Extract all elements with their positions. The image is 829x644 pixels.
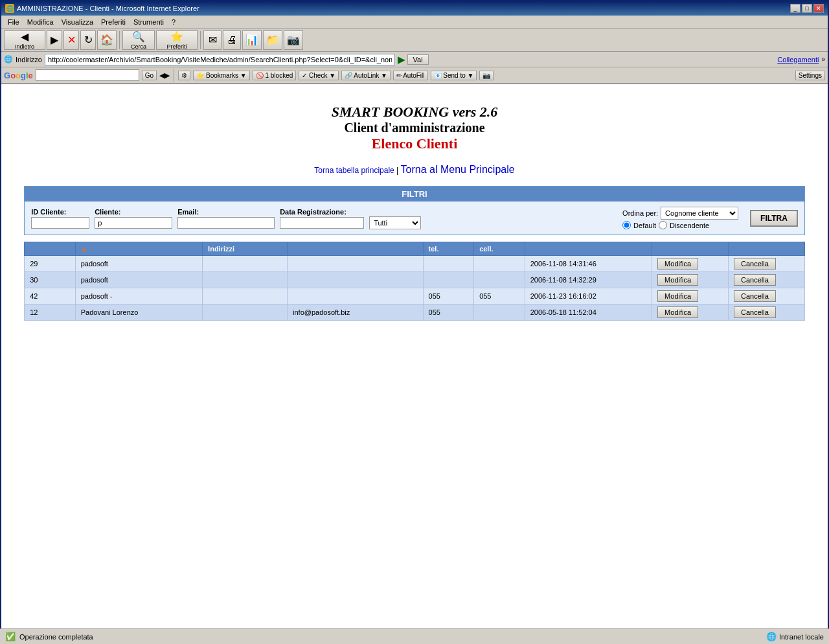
cell-cliente: padosoft: [75, 272, 202, 288]
mail-button[interactable]: ✉: [203, 30, 221, 50]
table-row: 30padosoft2006-11-08 14:32:29ModificaCan…: [25, 272, 805, 288]
minimize-button[interactable]: _: [790, 4, 801, 13]
google-check-btn[interactable]: ✓ Check ▼: [299, 71, 339, 80]
status-right: 🌐 Intranet locale: [766, 632, 824, 641]
toolbar: ◀ Indietro ▶ ✕ ↻ 🏠 🔍 Cerca ⭐ Preferiti ✉…: [1, 29, 828, 52]
modifica-button[interactable]: Modifica: [657, 290, 698, 302]
search-icon: 🔍: [132, 30, 145, 43]
favorites-button[interactable]: ⭐ Preferiti: [156, 30, 198, 50]
intranet-icon: 🌐: [766, 632, 777, 641]
camera-icon: 📷: [287, 34, 300, 46]
col-tel: tel.: [423, 242, 474, 256]
ordina-per-select[interactable]: Cognome cliente ID Cliente Data Registra…: [661, 207, 738, 220]
modifica-button[interactable]: Modifica: [657, 274, 698, 286]
menu-visualizza[interactable]: Visualizza: [58, 17, 97, 27]
radio-discendente[interactable]: [659, 221, 667, 229]
close-button[interactable]: ✕: [813, 4, 824, 13]
print-button[interactable]: 🖨: [223, 30, 241, 50]
filter-group-dropdown: Tutti Con fatture Senza fatture: [369, 207, 421, 229]
cell-cell: [474, 272, 525, 288]
back-label: Indietro: [15, 43, 34, 50]
folder-button[interactable]: 📁: [263, 30, 282, 50]
filter-fatture-select[interactable]: Tutti Con fatture Senza fatture: [369, 216, 421, 229]
filter-ordina-group: Ordina per: Cognome cliente ID Cliente D…: [622, 207, 738, 229]
menu-strumenti[interactable]: Strumenti: [130, 17, 168, 27]
back-icon: ◀: [21, 30, 28, 43]
cancella-button[interactable]: Cancella: [734, 258, 776, 270]
google-blocked-btn[interactable]: 🚫 1 blocked: [253, 71, 297, 80]
cell-modifica: Modifica: [652, 272, 729, 288]
google-go-button[interactable]: Go: [142, 71, 157, 80]
address-arrow-icon: ▶: [398, 54, 405, 65]
back-button[interactable]: ◀ Indietro: [4, 30, 45, 50]
filter-body: ID Cliente: Cliente: Email: Data Registr…: [25, 201, 804, 235]
ie-icon: 🌐: [5, 4, 14, 13]
filtra-button[interactable]: FILTRA: [750, 210, 798, 227]
cell-cancella: Cancella: [728, 256, 804, 272]
col-btn2: [728, 242, 804, 256]
filter-id-input[interactable]: [31, 217, 89, 229]
google-autolink-btn[interactable]: 🔗 AutoLink ▼: [341, 71, 391, 80]
cancella-button[interactable]: Cancella: [734, 274, 776, 286]
discuss-button[interactable]: 📊: [242, 30, 262, 50]
home-button[interactable]: 🏠: [97, 30, 117, 50]
table-body: 29padosoft2006-11-08 14:31:46ModificaCan…: [25, 256, 805, 321]
data-table-wrapper: ▲ Indirizzi tel. cell. 29padosoft2006-11…: [24, 242, 805, 321]
table-row: 29padosoft2006-11-08 14:31:46ModificaCan…: [25, 256, 805, 272]
menu-modifica[interactable]: Modifica: [23, 17, 58, 27]
ordina-per-label: Ordina per:: [622, 209, 658, 217]
cell-modifica: Modifica: [652, 288, 729, 305]
refresh-button[interactable]: ↻: [80, 30, 96, 50]
menu-preferiti[interactable]: Preferiti: [97, 17, 130, 27]
google-settings-right-btn[interactable]: Settings: [795, 71, 825, 80]
filter-email-input[interactable]: [177, 217, 275, 229]
forward-button[interactable]: ▶: [47, 30, 62, 50]
radio-default[interactable]: [622, 221, 631, 229]
google-bar: Google Go ◀▶ ⚙ ⭐ Bookmarks ▼ 🚫 1 blocked…: [1, 67, 828, 84]
mail-icon: ✉: [209, 34, 217, 46]
table-header-row: ▲ Indirizzi tel. cell.: [25, 242, 805, 256]
cell-modifica: Modifica: [652, 256, 729, 272]
status-left: ✅ Operazione completata: [5, 632, 93, 641]
menu-help[interactable]: ?: [168, 17, 179, 27]
google-camera-btn[interactable]: 📷: [479, 71, 494, 80]
title-bar-buttons[interactable]: _ □ ✕: [790, 4, 824, 13]
vai-button[interactable]: Vai: [407, 54, 429, 65]
modifica-button[interactable]: Modifica: [657, 258, 698, 270]
maximize-button[interactable]: □: [802, 4, 812, 13]
cell-indirizzi: [203, 256, 288, 272]
search-button[interactable]: 🔍 Cerca: [122, 30, 155, 50]
cancella-button[interactable]: Cancella: [734, 306, 776, 318]
title-bar: 🌐 AMMINISTRAZIONE - Clienti - Microsoft …: [1, 1, 828, 16]
filter-group-datareg: Data Registrazione:: [280, 208, 364, 229]
stop-button[interactable]: ✕: [63, 30, 79, 50]
cell-cell: [474, 305, 525, 321]
collegamenti-link[interactable]: Collegamenti: [777, 56, 819, 63]
cell-cliente: padosoft -: [75, 288, 202, 305]
cell-tel: 055: [423, 288, 474, 305]
google-bookmarks-btn[interactable]: ⭐ Bookmarks ▼: [193, 71, 249, 80]
modifica-button[interactable]: Modifica: [657, 306, 698, 318]
filter-header: FILTRI: [25, 187, 804, 201]
google-sendto-btn[interactable]: 📧 Send to ▼: [431, 71, 477, 80]
sort-icon: ▲: [81, 246, 87, 253]
cell-cancella: Cancella: [728, 272, 804, 288]
filter-cliente-input[interactable]: [95, 217, 172, 229]
menu-file[interactable]: File: [4, 17, 23, 27]
torna-menu-link[interactable]: Torna al Menu Principale: [401, 164, 515, 175]
filter-datareg-input[interactable]: [280, 217, 364, 229]
col-id: [25, 242, 76, 256]
google-autofill-btn[interactable]: ✏ AutoFill: [393, 71, 428, 80]
google-search-input[interactable]: [36, 69, 139, 81]
home-icon: 🏠: [100, 34, 113, 46]
address-input[interactable]: [45, 54, 395, 65]
camera-button[interactable]: 📷: [284, 30, 303, 50]
google-sep-1: [174, 69, 174, 82]
address-label: 🌐: [4, 55, 13, 63]
google-logo: Google: [4, 71, 33, 80]
cell-extra: [288, 288, 424, 305]
col-data: [525, 242, 652, 256]
cancella-button[interactable]: Cancella: [734, 290, 776, 302]
google-settings-btn[interactable]: ⚙: [178, 71, 190, 80]
torna-tabella-link[interactable]: Torna tabella principale: [314, 166, 394, 175]
